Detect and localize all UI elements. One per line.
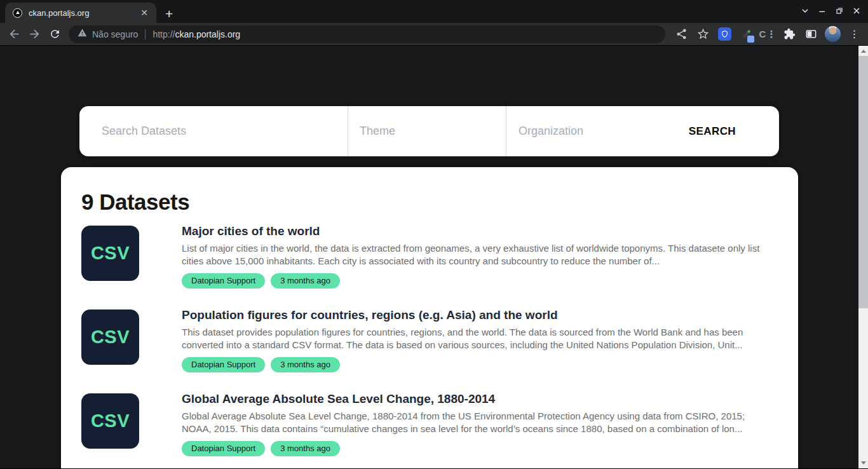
browser-tab[interactable]: ckan.portaljs.org ✕ [5, 3, 156, 23]
security-status-label: Não seguro [92, 29, 138, 39]
search-button[interactable]: SEARCH [682, 106, 779, 156]
csv-format-icon: CSV [81, 226, 139, 281]
forward-button[interactable] [25, 25, 43, 43]
tab-close-icon[interactable]: ✕ [139, 6, 150, 19]
csv-format-icon: CSV [81, 393, 139, 449]
bookmark-star-button[interactable] [695, 25, 712, 43]
reload-button[interactable] [46, 25, 64, 43]
browser-menu-kebab-icon[interactable]: ⋮ [846, 25, 863, 43]
datasets-count-heading: 9 Datasets [81, 189, 776, 215]
dataset-item[interactable]: CSV Global Average Absolute Sea Level Ch… [81, 393, 776, 456]
colorpick-extension-icon[interactable]: C⋮ [759, 25, 776, 43]
address-divider [145, 29, 146, 39]
close-window-button[interactable] [851, 6, 862, 16]
color-picker-extension-icon[interactable] [738, 25, 755, 43]
dataset-item[interactable]: CSV Major cities of the world List of ma… [81, 226, 776, 289]
dataset-age-tag[interactable]: 3 months ago [271, 273, 340, 289]
page-scrollbar[interactable] [858, 46, 868, 468]
site-favicon-icon [13, 8, 22, 18]
scrollbar-up-arrow[interactable] [858, 46, 868, 56]
dataset-title[interactable]: Global Average Absolute Sea Level Change… [182, 390, 776, 408]
dataset-item[interactable]: CSV Population figures for countries, re… [81, 309, 776, 372]
dataset-org-tag[interactable]: Datopian Support [182, 441, 265, 456]
dataset-description: This dataset provides population figures… [182, 326, 776, 351]
dataset-org-tag[interactable]: Datopian Support [182, 357, 265, 372]
dataset-org-tag[interactable]: Datopian Support [182, 273, 265, 289]
side-panel-icon[interactable] [803, 25, 820, 43]
restore-button[interactable] [834, 6, 844, 16]
theme-input[interactable] [360, 125, 506, 138]
url-host: ckan.portaljs.org [175, 29, 240, 39]
password-manager-extension-icon[interactable] [716, 25, 733, 43]
page-background: SEARCH 9 Datasets CSV Major cities of th… [0, 46, 868, 468]
scrollbar-down-arrow[interactable] [858, 458, 868, 468]
dataset-title[interactable]: Population figures for countries, region… [182, 306, 776, 324]
search-datasets-input[interactable] [102, 125, 348, 138]
share-button[interactable] [673, 25, 690, 43]
tab-search-chevron-icon[interactable] [800, 6, 810, 16]
datasets-card: 9 Datasets CSV Major cities of the world… [61, 167, 798, 468]
dataset-description: List of major cities in the world, the d… [182, 242, 776, 268]
new-tab-button[interactable]: + [165, 7, 173, 20]
back-button[interactable] [5, 25, 23, 43]
dataset-search-bar: SEARCH [79, 106, 779, 156]
tab-title: ckan.portaljs.org [29, 8, 139, 18]
browser-toolbar: Não seguro http:// ckan.portaljs.org C⋮ … [0, 23, 868, 46]
organization-input[interactable] [519, 125, 682, 138]
url-scheme: http:// [153, 29, 175, 39]
minimize-button[interactable] [817, 6, 827, 16]
dataset-description: Global Average Absolute Sea Level Change… [182, 410, 776, 435]
dataset-title[interactable]: Major cities of the world [182, 222, 776, 240]
extensions-puzzle-icon[interactable] [781, 25, 798, 43]
tab-strip: ckan.portaljs.org ✕ + [0, 0, 868, 23]
not-secure-warning-icon[interactable] [78, 28, 87, 40]
dataset-age-tag[interactable]: 3 months ago [271, 441, 340, 456]
dataset-age-tag[interactable]: 3 months ago [271, 357, 340, 372]
scrollbar-thumb[interactable] [858, 56, 868, 308]
csv-format-icon: CSV [81, 309, 139, 365]
address-bar[interactable]: Não seguro http:// ckan.portaljs.org [69, 25, 665, 43]
profile-avatar[interactable] [824, 25, 841, 43]
